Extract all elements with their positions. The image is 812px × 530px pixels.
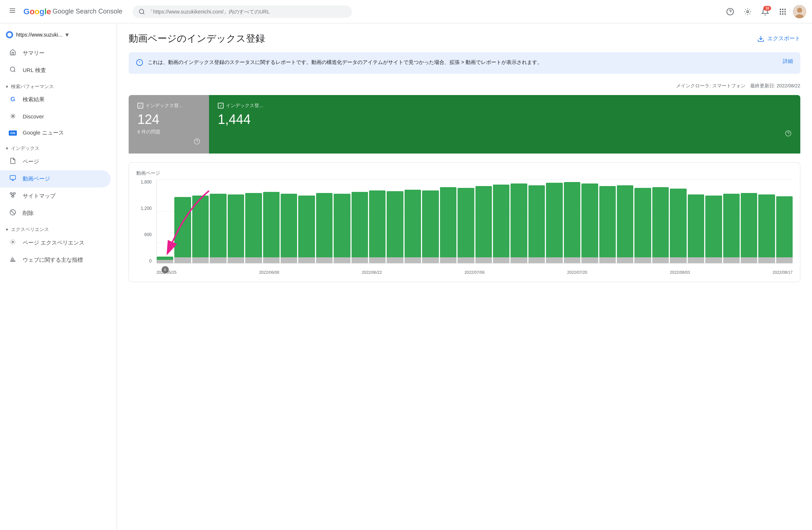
help-circle-icon-2[interactable] — [785, 130, 792, 138]
svg-rect-16 — [785, 13, 786, 15]
sidebar-item-page-experience[interactable]: ページ エクスペリエンス — [0, 234, 111, 251]
svg-rect-23 — [10, 175, 16, 179]
search-input[interactable] — [148, 9, 346, 15]
sidebar-item-removals-label: 削除 — [23, 210, 34, 217]
settings-button[interactable] — [740, 4, 755, 19]
bar-green — [245, 193, 262, 257]
x-label-1: 2022/06/08 — [259, 270, 279, 275]
menu-icon[interactable] — [6, 4, 19, 19]
chart-bar-group[interactable] — [440, 179, 456, 263]
sidebar-item-video-pages[interactable]: 動画ページ — [0, 170, 111, 188]
site-selector[interactable]: https://www.suzuki... ▾ — [0, 28, 117, 45]
stat-card-indexed[interactable]: ✓ インデックス登... 1,444 — [209, 95, 800, 154]
bar-green — [369, 190, 386, 257]
chart-bar-group[interactable] — [174, 179, 191, 263]
removals-icon — [9, 209, 17, 217]
svg-rect-11 — [780, 11, 781, 12]
bar-gray — [405, 257, 421, 263]
sidebar-item-url-inspection[interactable]: URL 検査 — [0, 62, 111, 79]
chart-bar-group[interactable] — [564, 179, 580, 263]
bar-gray — [192, 257, 209, 263]
svg-rect-9 — [782, 8, 783, 10]
bar-green — [263, 192, 280, 257]
apps-button[interactable] — [775, 4, 790, 19]
sidebar-item-discover[interactable]: ✳ Discover — [0, 107, 111, 125]
chart-bar-group[interactable] — [334, 179, 350, 263]
section-search-performance[interactable]: ▾ 検索パフォーマンス — [0, 79, 117, 91]
chart-bar-group[interactable] — [228, 179, 244, 263]
y-label-0: 0 — [149, 258, 152, 264]
chart-x-axis: 2022/05/25 2022/06/08 2022/06/22 2022/07… — [156, 268, 793, 275]
stat-card-not-indexed[interactable]: ✓ インデックス登... 124 6 件の問題 — [129, 95, 209, 154]
chart-bar-group[interactable] — [581, 179, 598, 263]
chart-bar-group[interactable] — [352, 179, 368, 263]
chart-bar-group[interactable] — [387, 179, 403, 263]
sidebar-item-sitemap[interactable]: サイトマップ — [0, 188, 111, 205]
chart-bar-group[interactable] — [511, 179, 527, 263]
chart-bar-group[interactable] — [723, 179, 740, 263]
chart-bar-group[interactable] — [245, 179, 262, 263]
info-detail-link[interactable]: 詳細 — [783, 58, 793, 65]
chart-bar-group[interactable] — [192, 179, 209, 263]
section-index[interactable]: ▾ インデックス — [0, 141, 117, 153]
chart-bar-group[interactable]: 6 — [157, 179, 173, 263]
svg-point-21 — [10, 67, 15, 71]
chart-bar-group[interactable] — [546, 179, 562, 263]
chart-bar-group[interactable] — [210, 179, 226, 263]
sidebar-item-pages-label: ページ — [23, 158, 39, 165]
bar-gray — [705, 257, 722, 263]
chart-bar-group[interactable] — [688, 179, 704, 263]
chart-bar-group[interactable] — [281, 179, 297, 263]
chart-bar-group[interactable] — [298, 179, 315, 263]
chart-bar-group[interactable] — [758, 179, 775, 263]
chart-bar-group[interactable] — [263, 179, 280, 263]
chart-bar-group[interactable] — [652, 179, 669, 263]
stat-card-2-header: ✓ インデックス登... — [218, 102, 792, 109]
bar-green — [617, 185, 633, 257]
help-button[interactable] — [723, 4, 737, 19]
bar-gray — [741, 257, 757, 263]
search-bar[interactable] — [133, 5, 352, 18]
notifications-button[interactable]: 10 — [758, 4, 773, 19]
svg-point-31 — [12, 241, 14, 243]
bar-green — [528, 185, 545, 257]
chart-y-axis: 1,800 1,200 600 0 — [136, 179, 155, 264]
sidebar-item-removals[interactable]: 削除 — [0, 205, 111, 222]
sidebar-item-web-vitals[interactable]: ウェブに関する主な指標 — [0, 251, 111, 269]
sidebar-item-pages[interactable]: ページ — [0, 153, 111, 170]
chart-bar-group[interactable] — [705, 179, 722, 263]
sidebar-item-google-news[interactable]: GN Google ニュース — [0, 125, 111, 141]
x-label-5: 2022/08/03 — [670, 270, 690, 275]
sidebar-item-summary[interactable]: サマリー — [0, 45, 111, 62]
chart-bar-group[interactable] — [528, 179, 545, 263]
chart-bar-group[interactable] — [617, 179, 633, 263]
bar-green — [316, 193, 333, 257]
chart-bar-group[interactable] — [405, 179, 421, 263]
bar-green — [281, 194, 297, 257]
chart-bar-group[interactable] — [634, 179, 651, 263]
chart-bar-group[interactable] — [475, 179, 492, 263]
chart-bar-group[interactable] — [493, 179, 509, 263]
chart-bar-group[interactable] — [369, 179, 386, 263]
chart-bar-group[interactable] — [316, 179, 333, 263]
chart-bar-group[interactable] — [670, 179, 686, 263]
chart-bar-group[interactable] — [422, 179, 439, 263]
export-button[interactable]: エクスポート — [757, 35, 800, 42]
chart-bar-group[interactable] — [741, 179, 757, 263]
help-circle-icon-1[interactable] — [194, 138, 200, 146]
stat-card-2-label: インデックス登... — [226, 102, 263, 109]
chart-bar-group[interactable] — [599, 179, 616, 263]
chart-bar-group[interactable] — [458, 179, 474, 263]
svg-point-3 — [139, 9, 144, 14]
section-search-performance-label: 検索パフォーマンス — [11, 83, 54, 90]
sidebar-item-summary-label: サマリー — [23, 50, 45, 57]
crawl-info: メインクローラ: スマートフォン 最終更新日: 2022/08/22 — [129, 83, 800, 89]
chevron-down-icon-2: ▾ — [6, 146, 8, 151]
sidebar-item-search-results[interactable]: G 検索結果 — [0, 91, 111, 107]
site-favicon — [6, 31, 13, 38]
x-label-2: 2022/06/22 — [362, 270, 382, 275]
avatar[interactable] — [793, 5, 806, 18]
chart-bar-group[interactable] — [776, 179, 793, 263]
section-experience[interactable]: ▾ エクスペリエンス — [0, 222, 117, 234]
bar-green — [723, 194, 740, 257]
